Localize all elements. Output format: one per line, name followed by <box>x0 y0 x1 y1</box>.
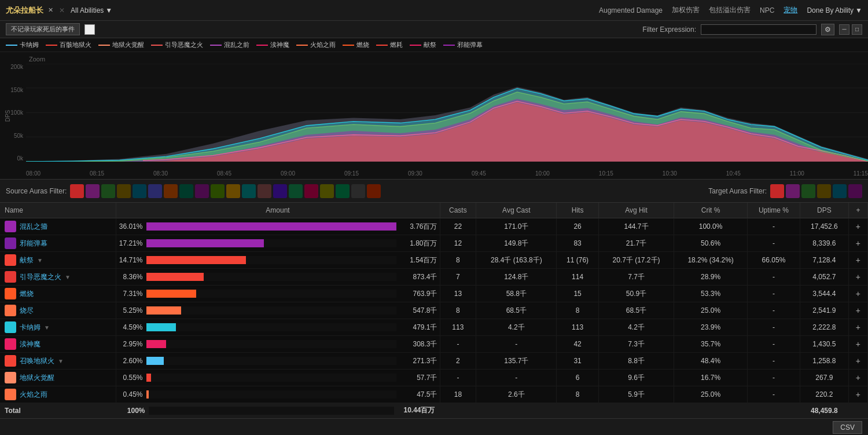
source-aura-icon[interactable] <box>211 184 225 198</box>
source-aura-icon[interactable] <box>195 184 209 198</box>
done-by-dropdown[interactable]: Done By Ability ▼ <box>807 6 862 14</box>
target-aura-icon[interactable] <box>786 184 800 198</box>
source-aura-icon[interactable] <box>101 184 115 198</box>
col-casts[interactable]: Casts <box>440 203 476 218</box>
legend-item[interactable]: 百骸地狱火 <box>46 41 91 49</box>
dps-cell: 1,258.8 <box>800 353 848 370</box>
target-aura-icon[interactable] <box>817 184 831 198</box>
source-aura-icon[interactable] <box>258 184 271 198</box>
source-auras-label: Source Auras Filter: <box>6 187 67 195</box>
legend-item[interactable]: 地狱火觉醒 <box>98 41 144 49</box>
expand-button[interactable]: + <box>854 323 863 332</box>
hits-cell: 113 <box>557 319 598 336</box>
events-checkbox[interactable] <box>84 24 95 35</box>
ability-name[interactable]: 烧尽 <box>20 306 34 316</box>
source-aura-icon[interactable] <box>242 184 256 198</box>
source-aura-icon[interactable] <box>70 184 84 198</box>
target-aura-icon[interactable] <box>833 184 847 198</box>
ability-name[interactable]: 混乱之籀 <box>20 222 47 232</box>
crit-cell: 25.0% <box>674 302 748 319</box>
expand-button[interactable]: + <box>854 339 863 349</box>
legend-item[interactable]: 引导恶魔之火 <box>151 41 203 49</box>
source-aura-icon[interactable] <box>289 184 303 198</box>
expand-button[interactable]: + <box>854 306 863 315</box>
source-aura-icon[interactable] <box>320 184 334 198</box>
col-avg-cast[interactable]: Avg Cast <box>476 203 557 218</box>
target-aura-icon[interactable] <box>801 184 815 198</box>
ability-name[interactable]: 召唤地狱火 <box>20 356 54 366</box>
ability-name[interactable]: 卡纳姆 <box>20 323 41 332</box>
expand-button[interactable]: + <box>854 356 863 365</box>
col-avg-hit[interactable]: Avg Hit <box>598 203 674 218</box>
ability-name[interactable]: 地狱火觉醒 <box>20 373 54 383</box>
ability-name[interactable]: 邪能弹幕 <box>20 239 47 248</box>
ability-name[interactable]: 燃烧 <box>20 289 34 299</box>
legend-item[interactable]: 卡纳姆 <box>6 41 39 49</box>
source-aura-icon[interactable] <box>164 184 178 198</box>
row-expand-arrow[interactable]: ▼ <box>58 358 64 364</box>
col-uptime[interactable]: Uptime % <box>748 203 800 218</box>
total-pct: 100% <box>121 407 145 415</box>
nav-overflow[interactable]: 包括溢出伤害 <box>709 5 751 15</box>
abilities-dropdown[interactable]: All Abilities ▼ <box>71 6 112 14</box>
legend-item[interactable]: 邪能弹幕 <box>443 41 483 49</box>
row-expand-arrow[interactable]: ▼ <box>65 274 71 280</box>
nav-pet[interactable]: 宠物 <box>784 5 797 15</box>
settings-gear[interactable]: ⚙ <box>821 24 834 35</box>
nav-npc[interactable]: NPC <box>760 6 774 14</box>
filter-input[interactable] <box>701 24 816 35</box>
avg-cast-cell: 135.7千 <box>476 353 557 370</box>
csv-button[interactable]: CSV <box>833 421 862 434</box>
legend-item[interactable]: 混乱之前 <box>210 41 249 49</box>
source-aura-icon[interactable] <box>273 184 287 198</box>
maximize-button[interactable]: □ <box>852 24 862 35</box>
row-expand-arrow[interactable]: ▼ <box>37 257 43 264</box>
expand-button[interactable]: + <box>854 272 863 282</box>
target-aura-icon[interactable] <box>770 184 784 198</box>
legend-item[interactable]: 燃耗 <box>376 41 403 49</box>
col-crit[interactable]: Crit % <box>674 203 748 218</box>
expand-button[interactable]: + <box>854 255 863 265</box>
expand-button[interactable]: + <box>854 390 863 399</box>
col-hits[interactable]: Hits <box>557 203 598 218</box>
source-aura-icon[interactable] <box>86 184 100 198</box>
legend-item[interactable]: 渎神魔 <box>256 41 289 49</box>
ability-name[interactable]: 献祭 <box>20 255 34 265</box>
source-aura-icon[interactable] <box>367 184 381 198</box>
nav-weighted[interactable]: 加权伤害 <box>672 5 700 15</box>
col-dps[interactable]: DPS <box>800 203 848 218</box>
source-aura-icon[interactable] <box>304 184 318 198</box>
col-name[interactable]: Name <box>0 203 116 218</box>
row-expand-arrow[interactable]: ▼ <box>44 324 50 331</box>
source-aura-icon[interactable] <box>117 184 131 198</box>
source-aura-icon[interactable] <box>148 184 162 198</box>
legend-item[interactable]: 燃烧 <box>343 41 369 49</box>
source-aura-icon[interactable] <box>336 184 350 198</box>
nav-augmented[interactable]: Augmented Damage <box>599 6 663 14</box>
expand-button[interactable]: + <box>854 373 863 382</box>
col-expand[interactable]: + <box>848 203 867 218</box>
bar-fill <box>146 374 152 382</box>
boss-close[interactable]: ✕ <box>48 6 53 14</box>
chart-svg[interactable] <box>26 64 868 162</box>
minimize-button[interactable]: ─ <box>839 24 849 35</box>
col-amount[interactable]: Amount <box>116 203 440 218</box>
source-aura-icon[interactable] <box>351 184 365 198</box>
legend-item[interactable]: 献祭 <box>410 41 436 49</box>
avg-hit-cell: 8.8千 <box>598 353 674 370</box>
ability-name[interactable]: 火焰之雨 <box>20 390 47 400</box>
ability-name[interactable]: 渎神魔 <box>20 339 41 349</box>
expand-button[interactable]: + <box>854 222 863 231</box>
expand-button[interactable]: + <box>854 239 863 248</box>
source-aura-icon[interactable] <box>179 184 193 198</box>
source-aura-icon[interactable] <box>226 184 240 198</box>
legend-item[interactable]: 火焰之雨 <box>296 41 336 49</box>
legend-color <box>151 45 163 46</box>
source-aura-icon[interactable] <box>133 184 146 198</box>
ability-name[interactable]: 引导恶魔之火 <box>20 272 61 282</box>
ability-icon <box>5 254 16 266</box>
target-aura-icon[interactable] <box>848 184 862 198</box>
events-toggle[interactable]: 不记录玩家死后的事件 <box>6 23 80 35</box>
expand-button[interactable]: + <box>854 289 863 298</box>
total-amount: 10.44百万 <box>398 405 435 415</box>
